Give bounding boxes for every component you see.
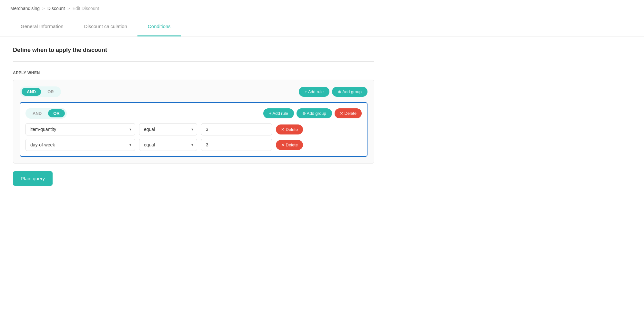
- conditions-top-row: AND OR + Add rule ⊕ Add group: [20, 86, 367, 97]
- rule1-operator-wrapper: equal not equal greater than less than ▾: [139, 123, 197, 135]
- rule1-delete-button[interactable]: ✕ Delete: [276, 124, 303, 134]
- rule2-operator-select[interactable]: equal not equal greater than less than: [139, 139, 197, 151]
- inner-group: AND OR + Add rule ⊕ Add group ✕ Delete i…: [20, 102, 367, 157]
- section-divider: [13, 61, 374, 62]
- breadcrumb-sep-1: >: [42, 6, 45, 11]
- inner-and-button[interactable]: AND: [27, 109, 47, 117]
- rule1-field-select[interactable]: item-quantity day-of-week total-price cu…: [25, 123, 135, 135]
- inner-toggle-group: AND OR: [25, 108, 67, 119]
- breadcrumb: Merchandising > Discount > Edit Discount: [0, 0, 644, 17]
- breadcrumb-edit-discount: Edit Discount: [73, 6, 99, 11]
- rule-row-1: item-quantity day-of-week total-price cu…: [25, 123, 362, 135]
- section-title: Define when to apply the discount: [13, 47, 374, 54]
- rule2-operator-wrapper: equal not equal greater than less than ▾: [139, 139, 197, 151]
- inner-delete-button[interactable]: ✕ Delete: [335, 108, 362, 118]
- outer-add-rule-button[interactable]: + Add rule: [299, 87, 329, 97]
- tab-discount-calculation[interactable]: Discount calculation: [74, 17, 137, 36]
- plain-query-button[interactable]: Plain query: [13, 171, 53, 186]
- conditions-box: AND OR + Add rule ⊕ Add group AND OR + A…: [13, 80, 374, 164]
- breadcrumb-merchandising[interactable]: Merchandising: [10, 6, 40, 11]
- inner-actions: + Add rule ⊕ Add group ✕ Delete: [263, 108, 362, 118]
- rule2-delete-button[interactable]: ✕ Delete: [276, 140, 303, 150]
- outer-or-button[interactable]: OR: [42, 88, 59, 96]
- inner-add-group-button[interactable]: ⊕ Add group: [297, 108, 332, 118]
- rule-row-2: item-quantity day-of-week total-price cu…: [25, 139, 362, 151]
- breadcrumb-discount[interactable]: Discount: [47, 6, 65, 11]
- outer-toggle-group: AND OR: [20, 86, 61, 97]
- inner-add-rule-button[interactable]: + Add rule: [263, 108, 294, 118]
- rule2-field-wrapper: item-quantity day-of-week total-price cu…: [25, 139, 135, 151]
- main-content: Define when to apply the discount APPLY …: [0, 36, 387, 196]
- rule1-value-input[interactable]: [201, 123, 272, 135]
- breadcrumb-sep-2: >: [67, 6, 70, 11]
- inner-group-header: AND OR + Add rule ⊕ Add group ✕ Delete: [25, 108, 362, 119]
- rule1-operator-select[interactable]: equal not equal greater than less than: [139, 123, 197, 135]
- rule1-field-wrapper: item-quantity day-of-week total-price cu…: [25, 123, 135, 135]
- tab-conditions[interactable]: Conditions: [137, 17, 181, 36]
- tabs-bar: General Information Discount calculation…: [0, 17, 644, 36]
- rule2-value-input[interactable]: [201, 139, 272, 151]
- apply-when-label: APPLY WHEN: [13, 71, 374, 75]
- inner-or-button[interactable]: OR: [48, 109, 65, 117]
- outer-add-group-button[interactable]: ⊕ Add group: [332, 87, 367, 97]
- outer-and-button[interactable]: AND: [22, 88, 41, 96]
- tab-general-information[interactable]: General Information: [10, 17, 74, 36]
- rule2-field-select[interactable]: item-quantity day-of-week total-price cu…: [25, 139, 135, 151]
- outer-actions: + Add rule ⊕ Add group: [299, 87, 367, 97]
